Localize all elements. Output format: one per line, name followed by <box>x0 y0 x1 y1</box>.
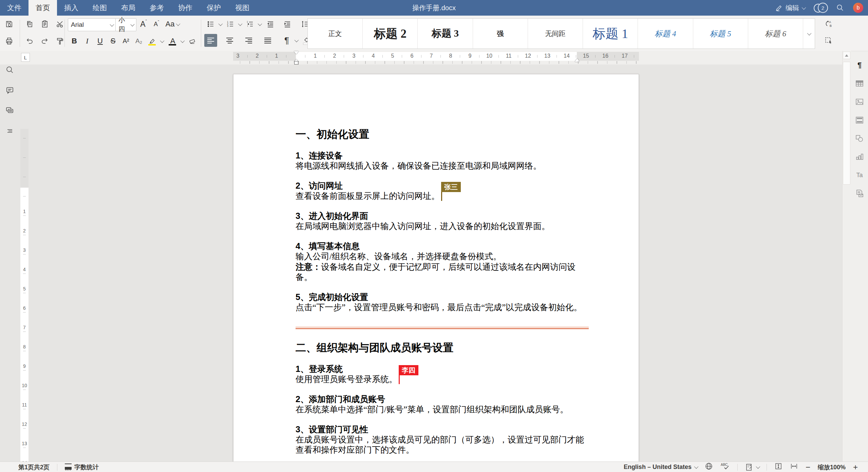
menu-tab-collaborate[interactable]: 协作 <box>171 0 200 16</box>
select-tool-button[interactable] <box>823 34 835 47</box>
item-title[interactable]: 3、设置部门可见性 <box>296 424 589 435</box>
item-title[interactable]: 3、进入初始化界面 <box>296 210 589 221</box>
proofing-options[interactable] <box>745 463 759 471</box>
comment-button[interactable] <box>5 86 15 95</box>
header-footer-button[interactable] <box>855 116 864 125</box>
item-body[interactable]: 输入公司/组织名称、设备域名，并选择硬盘备份模式。 <box>296 251 589 262</box>
insert-image-button[interactable] <box>855 97 864 106</box>
italic-button[interactable]: I <box>81 35 94 48</box>
first-line-indent-marker[interactable] <box>294 51 299 57</box>
section-heading-2[interactable]: 二、组织架构与团队成员账号设置 <box>296 341 589 354</box>
paragraph-mark-button[interactable]: ¶ <box>280 34 293 47</box>
document-page[interactable]: 一、初始化设置 1、连接设备 将电源线和网线插入设备，确保设备已连接至电源和局域… <box>233 74 639 472</box>
insert-shape-button[interactable] <box>855 134 864 143</box>
font-name-select[interactable]: Arial <box>68 18 116 31</box>
formatting-marks-button[interactable]: ¶ <box>855 61 864 70</box>
item-body[interactable]: 点击“下一步”，设置管理员账号和密码，最后点击“完成”以完成设备初始化。 <box>296 302 589 313</box>
menu-tab-file[interactable]: 文件 <box>0 0 29 16</box>
undo-button[interactable] <box>23 35 36 48</box>
decrease-indent-button[interactable] <box>264 18 277 31</box>
save-button[interactable] <box>3 18 16 31</box>
style-normal[interactable]: 正文 <box>308 19 363 49</box>
language-selector[interactable]: English – United States <box>624 464 697 471</box>
highlight-color-button[interactable] <box>146 35 159 48</box>
underline-button[interactable]: U <box>94 35 107 48</box>
vertical-ruler[interactable]: 1 2 3 4 5 6 7 8 9 10 11 12 13 14 15 16 <box>20 129 29 472</box>
text-art-button[interactable]: Ta <box>855 171 864 180</box>
style-heading6[interactable]: 标题 6 <box>748 19 803 49</box>
increase-indent-button[interactable] <box>281 18 294 31</box>
page-indicator[interactable]: 第1页共2页 <box>18 463 50 471</box>
bullet-list-dropdown[interactable] <box>217 18 223 31</box>
style-strong[interactable]: 强 <box>473 19 528 49</box>
zoom-in-button[interactable]: + <box>853 462 858 472</box>
multilevel-list-dropdown[interactable] <box>257 18 262 31</box>
style-heading3[interactable]: 标题 3 <box>418 19 473 49</box>
translate-button[interactable] <box>705 462 713 472</box>
item-title[interactable]: 2、添加部门和成员账号 <box>296 394 589 404</box>
style-nospacing[interactable]: 无间距 <box>528 19 583 49</box>
font-color-dropdown[interactable] <box>179 35 185 48</box>
strikethrough-button[interactable]: S <box>107 35 119 48</box>
clear-format-button[interactable] <box>186 35 199 48</box>
mail-merge-button[interactable] <box>855 189 864 198</box>
style-heading4[interactable]: 标题 4 <box>638 19 693 49</box>
item-body[interactable]: 在系统菜单中选择“部门/账号”菜单，设置部门组织架构和团队成员账号。 <box>296 404 589 415</box>
numbered-list-button[interactable]: 1 2 3 <box>224 18 237 31</box>
menu-tab-draw[interactable]: 绘图 <box>86 0 114 16</box>
redo-button[interactable] <box>38 35 51 48</box>
item-title[interactable]: 1、登录系统 <box>296 363 589 374</box>
horizontal-ruler[interactable]: 3 2 1 1 2 3 4 5 6 7 8 9 10 11 12 13 14 1… <box>233 52 639 61</box>
align-left-button[interactable] <box>204 34 217 47</box>
superscript-button[interactable]: A² <box>119 35 132 48</box>
font-color-button[interactable]: A <box>166 35 179 48</box>
insert-table-button[interactable] <box>855 79 864 88</box>
spellcheck-button[interactable]: ABC <box>720 462 730 472</box>
change-case-button[interactable]: Aa <box>164 18 181 31</box>
scroll-up-button[interactable] <box>843 52 850 59</box>
style-heading1[interactable]: 标题 1 <box>583 19 638 49</box>
font-size-select[interactable]: 小四 <box>115 18 136 31</box>
item-body[interactable]: 在局域网电脑浏览器中输入访问网址，进入设备的初始化设置界面。 <box>296 221 589 231</box>
justify-button[interactable] <box>261 34 274 47</box>
menu-tab-view[interactable]: 视图 <box>228 0 257 16</box>
insert-chart-button[interactable] <box>855 152 864 161</box>
paste-button[interactable] <box>38 18 51 31</box>
subscript-button[interactable]: A₂ <box>132 35 145 48</box>
item-body[interactable]: 使用管理员账号登录系统。李四 <box>296 374 589 384</box>
menu-tab-insert[interactable]: 插入 <box>57 0 86 16</box>
item-body[interactable]: 查看设备前面板显示屏上的访问网址。张三 <box>296 191 589 201</box>
multilevel-list-button[interactable]: 1 i <box>244 18 257 31</box>
menu-tab-references[interactable]: 参考 <box>143 0 171 16</box>
shrink-font-button[interactable]: Aˆ <box>150 18 163 31</box>
menu-tab-protect[interactable]: 保护 <box>200 0 228 16</box>
bold-button[interactable]: B <box>68 35 81 48</box>
menu-tab-layout[interactable]: 布局 <box>114 0 143 16</box>
zoom-level[interactable]: 缩放100% <box>818 463 846 471</box>
item-body[interactable]: 在成员账号设置中，选择该成员可见的部门（可多选），设置过可见部门才能查看和操作对… <box>296 435 589 455</box>
collaborators-button[interactable]: 2 <box>814 3 827 13</box>
paragraph-mark-dropdown[interactable] <box>293 34 299 47</box>
replace-ab-button[interactable]: A B <box>823 18 835 31</box>
tab-stop-selector[interactable]: L <box>21 53 30 62</box>
bullet-list-button[interactable] <box>204 18 217 31</box>
edit-mode-button[interactable]: 编辑 <box>775 3 805 13</box>
zoom-out-button[interactable]: − <box>806 462 810 472</box>
fit-width-button[interactable] <box>790 462 798 472</box>
comments-panel-button[interactable] <box>5 106 15 115</box>
align-right-button[interactable] <box>242 34 255 47</box>
outline-panel-button[interactable] <box>5 126 15 136</box>
section-heading-1[interactable]: 一、初始化设置 <box>296 128 589 141</box>
item-note[interactable]: 注意：设备域名自定义，便于记忆即可，后续可以通过该域名在内网访问设备。 <box>296 262 589 282</box>
print-button[interactable] <box>3 35 16 48</box>
styles-more-button[interactable] <box>803 19 815 49</box>
user-avatar[interactable]: b <box>853 3 863 13</box>
style-heading2[interactable]: 标题 2 <box>363 19 418 49</box>
menu-tab-home[interactable]: 首页 <box>29 0 57 16</box>
copy-button[interactable] <box>23 18 36 31</box>
search-icon[interactable] <box>836 4 844 12</box>
item-body[interactable]: 将电源线和网线插入设备，确保设备已连接至电源和局域网网络。 <box>296 161 589 171</box>
item-title[interactable]: 5、完成初始化设置 <box>296 291 589 302</box>
numbered-list-dropdown[interactable] <box>237 18 242 31</box>
align-center-button[interactable] <box>223 34 236 47</box>
